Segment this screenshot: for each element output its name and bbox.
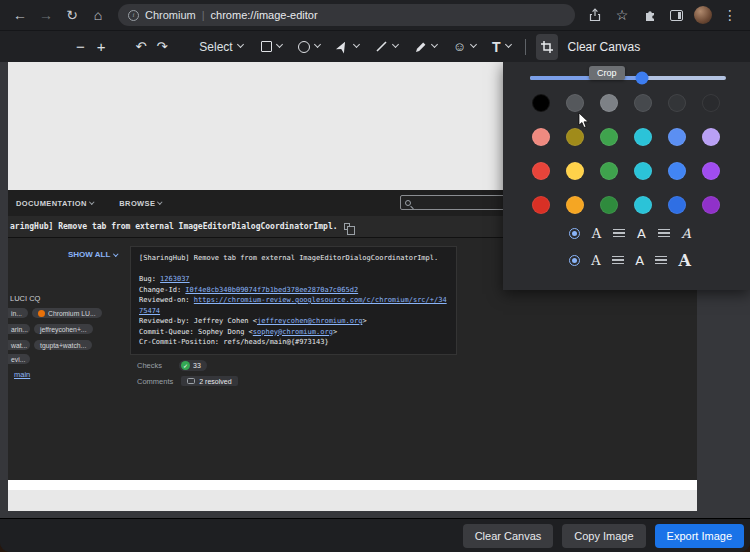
zoom-out-button[interactable]: − bbox=[72, 34, 89, 60]
chip-partial: evi... bbox=[8, 354, 30, 364]
color-swatch[interactable] bbox=[634, 162, 652, 180]
color-palette bbox=[532, 94, 720, 230]
home-icon[interactable]: ⌂ bbox=[86, 3, 110, 27]
color-swatch[interactable] bbox=[566, 128, 584, 146]
font-sample-bold-serif[interactable]: A bbox=[679, 253, 691, 269]
back-icon[interactable]: ← bbox=[8, 3, 32, 27]
editor-toolbar: − + ↶ ↷ Select ☺ T Clear Canvas bbox=[0, 30, 750, 62]
reviewer-chip-row: in... Chromium LU... bbox=[8, 308, 102, 318]
color-swatch[interactable] bbox=[532, 94, 550, 112]
color-swatch[interactable] bbox=[668, 162, 686, 180]
font-row: A A A bbox=[569, 247, 691, 274]
chevron-down-icon bbox=[353, 41, 360, 48]
comments-label: Comments bbox=[137, 377, 173, 386]
canvas-nav-documentation: DOCUMENTATION bbox=[16, 199, 93, 208]
change-id-link: I0f4e8cb340b09074f7b1bed378ee2870a7c065d… bbox=[185, 286, 358, 294]
font-radio[interactable] bbox=[569, 228, 580, 239]
address-divider: | bbox=[202, 9, 205, 21]
crop-slider[interactable] bbox=[530, 76, 726, 80]
color-swatch[interactable] bbox=[600, 162, 618, 180]
color-swatch[interactable] bbox=[532, 128, 550, 146]
color-swatch[interactable] bbox=[532, 196, 550, 214]
color-swatch[interactable] bbox=[702, 196, 720, 214]
browser-menu-icon[interactable]: ⋮ bbox=[718, 3, 742, 27]
font-radio[interactable] bbox=[569, 255, 580, 266]
color-swatch[interactable] bbox=[566, 94, 584, 112]
align-lines-icon[interactable] bbox=[655, 256, 667, 266]
color-swatch[interactable] bbox=[668, 196, 686, 214]
chip-partial: wat... bbox=[8, 340, 30, 350]
color-swatch[interactable] bbox=[600, 128, 618, 146]
color-swatch[interactable] bbox=[634, 128, 652, 146]
committer-email-link: sophey@chromium.org bbox=[253, 328, 333, 336]
extensions-puzzle-icon[interactable] bbox=[637, 3, 661, 27]
color-swatch[interactable] bbox=[600, 94, 618, 112]
color-swatch[interactable] bbox=[668, 128, 686, 146]
color-swatch[interactable] bbox=[566, 162, 584, 180]
redo-icon: ↷ bbox=[156, 40, 167, 53]
clear-canvas-button[interactable]: Clear Canvas bbox=[463, 524, 554, 548]
profile-avatar[interactable] bbox=[694, 6, 712, 24]
select-tool-button[interactable]: Select bbox=[195, 34, 246, 60]
text-tool-button[interactable]: T bbox=[488, 34, 515, 60]
color-swatch[interactable] bbox=[600, 196, 618, 214]
export-image-button[interactable]: Export Image bbox=[655, 524, 744, 548]
rectangle-tool-button[interactable] bbox=[257, 34, 286, 60]
chromium-chip: Chromium LU... bbox=[32, 308, 102, 318]
font-sample-serif[interactable]: A bbox=[591, 254, 600, 267]
chevron-down-icon bbox=[470, 41, 477, 48]
address-bar[interactable]: i Chromium | chrome://image-editor bbox=[118, 4, 575, 26]
arrow-tool-button[interactable] bbox=[332, 34, 363, 60]
color-swatch[interactable] bbox=[702, 94, 720, 112]
color-swatch[interactable] bbox=[668, 94, 686, 112]
copy-icon bbox=[344, 223, 350, 230]
share-icon[interactable] bbox=[583, 3, 607, 27]
plus-icon: + bbox=[97, 39, 106, 54]
undo-button[interactable]: ↶ bbox=[132, 34, 151, 60]
toolbar-clear-canvas-button[interactable]: Clear Canvas bbox=[568, 40, 641, 54]
bookmark-star-icon[interactable]: ☆ bbox=[610, 3, 634, 27]
align-lines-icon[interactable] bbox=[613, 229, 625, 239]
undo-icon: ↶ bbox=[136, 40, 147, 53]
font-sample-sans[interactable]: A bbox=[637, 227, 646, 240]
color-swatch[interactable] bbox=[634, 196, 652, 214]
rectangle-icon bbox=[261, 41, 272, 52]
font-sample-sans[interactable]: A bbox=[635, 254, 644, 267]
font-row: A A A bbox=[569, 220, 691, 247]
reviewer-chip-row: evi... bbox=[8, 354, 30, 364]
select-tool-label: Select bbox=[199, 40, 232, 54]
editor-footer: Clear Canvas Copy Image Export Image bbox=[0, 518, 750, 552]
chip-partial: arin... bbox=[8, 324, 30, 334]
chevron-down-icon bbox=[276, 41, 283, 48]
chevron-down-icon bbox=[431, 41, 438, 48]
copy-image-button[interactable]: Copy Image bbox=[562, 524, 645, 548]
arrow-icon bbox=[333, 38, 351, 56]
color-swatch[interactable] bbox=[566, 196, 584, 214]
crop-tool-button[interactable] bbox=[536, 34, 558, 60]
align-lines-icon[interactable] bbox=[658, 229, 670, 239]
line-tool-button[interactable] bbox=[371, 34, 402, 60]
reload-icon[interactable]: ↻ bbox=[60, 3, 84, 27]
chevron-down-icon bbox=[114, 251, 119, 256]
forward-icon[interactable]: → bbox=[34, 3, 58, 27]
emoji-tool-button[interactable]: ☺ bbox=[449, 34, 480, 60]
align-lines-icon[interactable] bbox=[612, 256, 624, 266]
editor-workspace: DOCUMENTATION BROWSE aringHub] Remove ta… bbox=[0, 62, 750, 518]
ellipse-tool-button[interactable] bbox=[294, 34, 324, 60]
comments-row: Comments 2 resolved bbox=[137, 376, 238, 386]
color-swatch[interactable] bbox=[532, 162, 550, 180]
font-sample-italic[interactable]: A bbox=[682, 227, 691, 240]
reviewer-chip-row: wat... tgupta+watch... bbox=[8, 340, 92, 350]
redo-button[interactable]: ↷ bbox=[152, 34, 171, 60]
canvas-page-bottom-area bbox=[8, 480, 697, 511]
zoom-in-button[interactable]: + bbox=[93, 34, 110, 60]
avatar bbox=[38, 310, 45, 317]
pen-tool-button[interactable] bbox=[410, 34, 441, 60]
crop-slider-thumb[interactable] bbox=[635, 72, 648, 85]
color-swatch[interactable] bbox=[702, 128, 720, 146]
info-icon[interactable]: i bbox=[128, 10, 139, 21]
font-sample-serif[interactable]: A bbox=[592, 227, 601, 240]
color-swatch[interactable] bbox=[702, 162, 720, 180]
side-panel-icon[interactable] bbox=[664, 3, 688, 27]
color-swatch[interactable] bbox=[634, 94, 652, 112]
